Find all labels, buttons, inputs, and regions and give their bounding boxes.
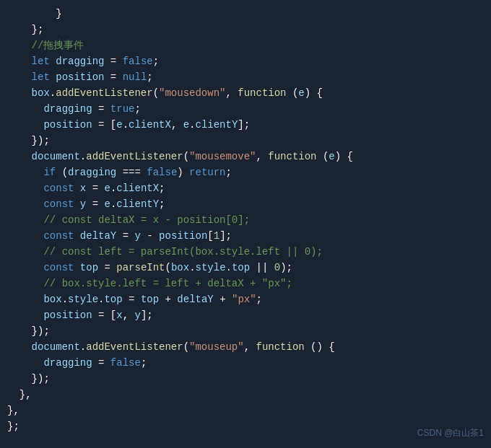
code-line: // const left = parseInt(box.style.left … bbox=[0, 244, 491, 260]
code-line: const x = e.clientX; bbox=[0, 180, 491, 196]
code-line: const top = parseInt(box.style.top || 0)… bbox=[0, 260, 491, 276]
code-line: box.style.top = top + deltaY + "px"; bbox=[0, 291, 491, 307]
code-block: } }; //拖拽事件 let dragging = false; let po… bbox=[0, 0, 491, 448]
code-line: }); bbox=[0, 371, 491, 387]
code-line: const deltaY = y - position[1]; bbox=[0, 228, 491, 244]
code-line: }, bbox=[0, 387, 491, 403]
code-line: // box.style.left = left + deltaX + "px"… bbox=[0, 276, 491, 291]
watermark-text: CSDN @白山茶1 bbox=[417, 425, 484, 441]
code-line: position = [e.clientX, e.clientY]; bbox=[0, 117, 491, 133]
code-line: position = [x, y]; bbox=[0, 307, 491, 323]
code-line: let dragging = false; bbox=[0, 53, 491, 69]
code-line: }); bbox=[0, 133, 491, 149]
code-line: dragging = true; bbox=[0, 101, 491, 117]
code-line: // const deltaX = x - position[0]; bbox=[0, 212, 491, 228]
code-line: if (dragging === false) return; bbox=[0, 164, 491, 180]
code-line: box.addEventListener("mousedown", functi… bbox=[0, 85, 491, 101]
code-line: document.addEventListener("mousemove", f… bbox=[0, 149, 491, 164]
code-line: }, bbox=[0, 403, 491, 418]
code-line: dragging = false; bbox=[0, 355, 491, 371]
code-line: }; bbox=[0, 22, 491, 38]
code-line: let position = null; bbox=[0, 69, 491, 85]
code-line: //拖拽事件 bbox=[0, 38, 491, 53]
code-line: } bbox=[0, 6, 491, 22]
code-line: const y = e.clientY; bbox=[0, 196, 491, 212]
code-line: }); bbox=[0, 323, 491, 339]
code-line: document.addEventListener("mouseup", fun… bbox=[0, 339, 491, 355]
